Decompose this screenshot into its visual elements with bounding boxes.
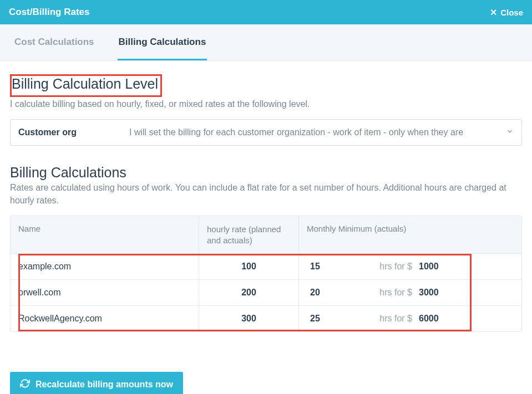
table-row[interactable]: orwell.com20020hrs for $3000 [11, 280, 521, 306]
calc-section-title: Billing Calculations [10, 165, 522, 181]
cell-min-label: hrs for $ [368, 288, 412, 298]
billing-section: Billing Calculations Rates are calculate… [10, 165, 522, 332]
content: Billing Calculation Level I calculate bi… [0, 61, 532, 394]
close-label: Close [500, 8, 523, 17]
col-header-name: Name [11, 216, 199, 253]
cell-min-label: hrs for $ [368, 262, 412, 272]
level-selector-label: Customer org [18, 127, 96, 137]
tabs: Cost Calculations Billing Calculations [0, 24, 532, 61]
level-selector[interactable]: Customer org I will set the billing for … [10, 119, 522, 146]
cell-rate: 300 [199, 306, 299, 331]
cell-name: orwell.com [11, 280, 199, 305]
billing-table: Name hourly rate (planned and actuals) M… [10, 216, 522, 332]
level-section-desc: I calculate billing based on hourly, fix… [10, 98, 522, 110]
table-header: Name hourly rate (planned and actuals) M… [11, 216, 521, 254]
cell-min-hours: 20 [307, 288, 368, 298]
table-row[interactable]: RockwellAgency.com30025hrs for $6000 [11, 306, 521, 331]
calc-section-desc: Rates are calculated using hours of work… [10, 182, 522, 207]
recalculate-label: Recalculate billing amounts now [36, 380, 173, 390]
col-header-rate: hourly rate (planned and actuals) [199, 216, 299, 253]
cell-rate: 100 [199, 254, 299, 279]
cell-name: example.com [11, 254, 199, 279]
highlight-level-title: Billing Calculation Level [10, 74, 162, 97]
refresh-icon [20, 378, 30, 391]
cell-rate: 200 [199, 280, 299, 305]
col-header-min: Monthly Minimum (actuals) [299, 216, 521, 253]
chevron-down-icon [506, 127, 514, 137]
cell-min-label: hrs for $ [368, 314, 412, 324]
cell-min-amount: 3000 [419, 288, 439, 298]
close-button[interactable]: ✕ Close [490, 7, 523, 18]
cell-minimum: 20hrs for $3000 [299, 280, 521, 305]
tab-billing-calculations[interactable]: Billing Calculations [118, 24, 207, 60]
tab-cost-calculations[interactable]: Cost Calculations [13, 24, 95, 60]
modal-title: Cost/Billing Rates [9, 7, 89, 18]
modal-header: Cost/Billing Rates ✕ Close [0, 0, 532, 24]
recalculate-button[interactable]: Recalculate billing amounts now [10, 372, 183, 394]
table-row[interactable]: example.com10015hrs for $1000 [11, 254, 521, 280]
cell-minimum: 15hrs for $1000 [299, 254, 521, 279]
cell-min-hours: 15 [307, 262, 368, 272]
close-icon: ✕ [490, 7, 497, 18]
cell-min-hours: 25 [307, 314, 368, 324]
cell-name: RockwellAgency.com [11, 306, 199, 331]
cell-minimum: 25hrs for $6000 [299, 306, 521, 331]
cell-min-amount: 6000 [419, 314, 439, 324]
level-selector-desc: I will set the billing for each customer… [129, 127, 514, 137]
table-body: example.com10015hrs for $1000orwell.com2… [11, 254, 521, 331]
level-section-title: Billing Calculation Level [12, 76, 158, 92]
cell-min-amount: 1000 [419, 262, 439, 272]
